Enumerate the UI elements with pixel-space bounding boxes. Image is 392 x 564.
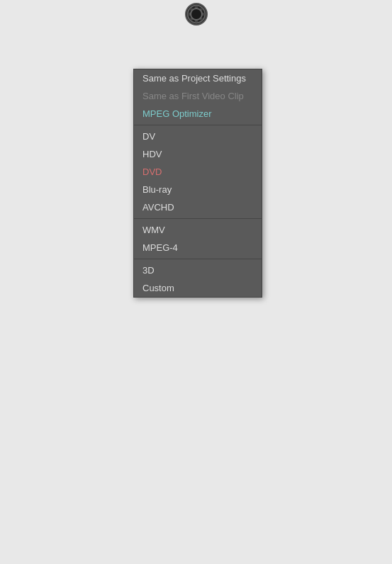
menu-item-dv[interactable]: DV: [134, 128, 262, 145]
menu-item-custom[interactable]: Custom: [134, 279, 262, 297]
svg-point-5: [201, 13, 204, 16]
divider-3: [134, 259, 262, 259]
menu-item-avchd[interactable]: AVCHD: [134, 198, 262, 216]
svg-point-9: [199, 8, 202, 11]
divider-2: [134, 218, 262, 219]
menu-item-mpeg4[interactable]: MPEG-4: [134, 239, 262, 256]
format-dropdown-menu: Same as Project Settings Same as First V…: [133, 69, 262, 298]
divider-1: [134, 125, 262, 125]
svg-point-2: [194, 6, 197, 9]
svg-point-3: [194, 19, 197, 22]
menu-item-hdv[interactable]: HDV: [134, 145, 262, 163]
menu-item-3d[interactable]: 3D: [134, 261, 262, 279]
svg-point-8: [190, 17, 193, 20]
menu-item-same-as-first: Same as First Video Clip: [134, 87, 262, 105]
menu-item-same-as-project[interactable]: Same as Project Settings: [134, 69, 262, 87]
app-icon: [185, 3, 208, 26]
film-reel-icon: [185, 3, 208, 26]
menu-item-dvd[interactable]: DVD: [134, 163, 262, 181]
svg-point-4: [188, 13, 191, 16]
svg-point-7: [199, 17, 202, 20]
menu-item-blu-ray[interactable]: Blu-ray: [134, 181, 262, 198]
svg-point-6: [190, 8, 193, 11]
svg-point-0: [187, 6, 205, 23]
svg-point-1: [193, 11, 199, 18]
menu-item-mpeg-optimizer[interactable]: MPEG Optimizer: [134, 105, 262, 123]
menu-item-wmv[interactable]: WMV: [134, 221, 262, 239]
